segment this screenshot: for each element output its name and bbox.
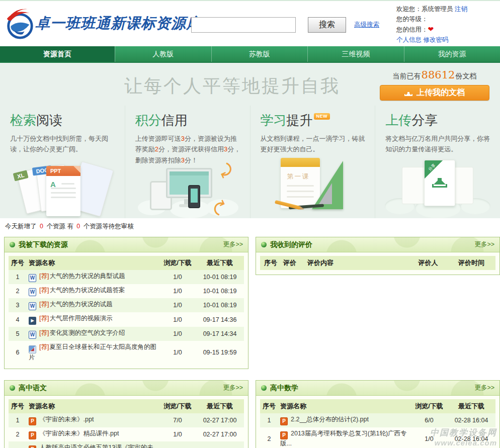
table-row: 3P人教版高中语文必修五第13课《宇宙的未来》...1/002-27 17:00: [9, 441, 244, 448]
resource-link[interactable]: 2013届高考理科数学总复习(第1轮)广西专版...: [280, 430, 407, 447]
word-file-icon: W: [29, 274, 36, 282]
ppt-file-icon: P: [280, 431, 288, 439]
profile-link[interactable]: 个人信息: [396, 36, 422, 43]
views-downloads: 1/0: [159, 441, 196, 448]
recommended-badge: [荐]: [39, 329, 49, 336]
search-area: 搜索 高级搜索: [191, 17, 379, 33]
col-views: 浏览/下载: [159, 399, 196, 413]
logout-link[interactable]: 注销: [455, 6, 467, 13]
triangle-ruler-icon: [312, 161, 343, 209]
col-date: 最近下载: [196, 399, 244, 413]
resource-name-cell: W[荐]大气的热力状况的试题答案: [27, 284, 159, 298]
last-download-time: 10-01 08:19: [196, 284, 244, 298]
resource-table: 序号 资源名称 浏览/下载 最近下载 1P《宇宙的未来》.ppt7/002-27…: [9, 399, 244, 448]
recommended-badge: [荐]: [39, 315, 49, 322]
recommended-badge: [荐]: [39, 343, 49, 350]
table-header-row: 序号 资源名称 浏览/下载 最近下载: [9, 399, 244, 413]
search-input[interactable]: [191, 17, 296, 33]
feature-upload-share: 上传分享 将文档与亿万名用户共同分享，你将知识的力量传递得更远。 分享: [375, 106, 500, 218]
last-download-time: 02-28 16:04: [447, 413, 495, 427]
nav-tab-my-resources[interactable]: 我的资源: [404, 46, 500, 62]
col-no: 序号: [9, 399, 27, 413]
resource-link[interactable]: 《宇宙的未来》.ppt: [39, 416, 94, 423]
panel-header: 高中语文 更多>>: [5, 381, 248, 396]
feature-desc: 将文档与亿万名用户共同分享，你将知识的力量传递得更远。: [385, 133, 492, 155]
hero-section: 让每个人平等地提升自我 当前已有88612份文档 上传我的文档 检索阅读 几十万…: [0, 63, 500, 218]
pencil-icon: [289, 204, 324, 210]
last-download-time: 09-17 14:34: [196, 327, 244, 341]
resource-name-cell: ▶[荐]大气层作用的视频演示: [27, 312, 159, 327]
new-badge: NEW: [314, 113, 330, 120]
xl-chip: XL: [13, 170, 29, 181]
resource-link[interactable]: 大气的热力状况的典型试题: [49, 273, 125, 280]
panel-title: 我被下载的资源: [19, 240, 68, 249]
feature-learn-improve: 学习提升NEW 从文档到课程，一点一滴学习，铸就更好更强大的自己。 第一课: [250, 106, 375, 218]
nav-tab-home[interactable]: 资源首页: [0, 46, 115, 62]
resource-link[interactable]: 大气的热力状况的试题答案: [49, 287, 125, 294]
count-prefix: 当前已有: [393, 72, 421, 80]
features-row: 检索阅读 几十万份文档中找到所需，每天阅读，让你的心灵更广阔。 XL DOC P…: [0, 106, 500, 218]
ppt-card: PPT A: [46, 166, 80, 216]
resource-link[interactable]: 2.2__总体分布的估计(2).ppt: [291, 416, 369, 423]
panel-title: 我收到的评价: [270, 240, 312, 249]
last-download-time: 02-27 17:00: [196, 427, 244, 441]
document-count: 当前已有88612份文档: [376, 69, 493, 81]
level-label: 您的等级：: [396, 16, 428, 23]
more-link[interactable]: 更多>>: [474, 240, 494, 249]
views-downloads: 1/0: [159, 270, 196, 284]
resource-name-cell: W[荐]大气的热力状况的典型试题: [27, 270, 159, 284]
col-no: 序号: [260, 256, 281, 270]
panel-my-reviews: 我收到的评价 更多>> 序号 评价 评价内容 评价人 评价时间: [256, 237, 500, 275]
table-header-row: 序号 资源名称 浏览/下载 最近下载: [260, 399, 495, 413]
advanced-search-link[interactable]: 高级搜索: [354, 21, 379, 29]
header: 卓一班班通新课标资源库 搜索 高级搜索 欢迎您：系统管理员 注销 您的等级： 您…: [0, 1, 500, 46]
pencil-icon: [275, 200, 301, 210]
resource-link[interactable]: 变化莫测的空气的文字介绍: [49, 329, 125, 336]
nav-tab-sujiao[interactable]: 苏教版: [211, 46, 308, 62]
feature-points-credit: 积分信用 上传资源即可送3分，资源被设为推荐奖励2分，资源评优获得信用3分，删除…: [125, 106, 250, 218]
panel-header: 我被下载的资源 更多>>: [5, 237, 248, 252]
green-orb-icon: [261, 242, 267, 247]
panel-my-downloaded: 我被下载的资源 更多>> 序号 资源名称 浏览/下载 最近下载 1W[荐]大气的…: [4, 237, 248, 369]
more-link[interactable]: 更多>>: [223, 384, 243, 392]
doc-chip: DOC: [32, 165, 52, 176]
last-download-time: 09-15 19:59: [196, 341, 244, 364]
change-password-link[interactable]: 修改密码: [423, 36, 448, 43]
credit-label: 您的信用：: [396, 26, 428, 33]
resource-link[interactable]: 《宇宙的未来》精品课件.ppt: [39, 430, 119, 437]
col-date: 最近下载: [196, 256, 244, 270]
nav-tab-renjiao[interactable]: 人教版: [115, 46, 211, 62]
resource-table: 序号 资源名称 浏览/下载 最近下载 1W[荐]大气的热力状况的典型试题1/01…: [9, 256, 244, 364]
more-link[interactable]: 更多>>: [474, 384, 494, 392]
feature-desc: 从文档到课程，一点一滴学习，铸就更好更强大的自己。: [261, 133, 367, 155]
resource-name-cell: ◢[荐]夏至日全球昼长和正午太阳高度角的图片: [27, 341, 159, 364]
recommended-badge: [荐]: [39, 273, 49, 280]
site-logo[interactable]: 卓一班班通新课标资源库: [4, 8, 191, 39]
search-button[interactable]: 搜索: [308, 17, 346, 33]
resource-link[interactable]: 人教版高中语文必修五第13课《宇宙的未来》...: [29, 444, 153, 448]
banner-right: 当前已有88612份文档 上传我的文档: [376, 69, 493, 101]
last-download-time: 02-28 16:04: [447, 427, 495, 448]
slogan: 让每个人平等地提升自我: [124, 74, 340, 99]
views-downloads: 1/0: [159, 427, 196, 441]
views-downloads: 6/0: [411, 413, 447, 427]
review-table: 序号 评价 评价内容 评价人 评价时间: [260, 256, 495, 270]
views-downloads: 1/0: [159, 312, 196, 327]
status-line: 今天新增了 0 个资源 有 0 个资源等待您审核: [0, 218, 500, 234]
resource-link[interactable]: 大气层作用的视频演示: [49, 315, 112, 322]
logo-text: 卓一班班通新课标资源库: [35, 14, 201, 34]
col-no: 序号: [260, 399, 278, 413]
share-ribbon: 分享: [424, 160, 445, 180]
row-number: 6: [9, 341, 27, 364]
resource-table: 序号 资源名称 浏览/下载 最近下载 1P2.2__总体分布的估计(2).ppt…: [260, 399, 495, 448]
panel-math: 高中数学 更多>> 序号 资源名称 浏览/下载 最近下载 1P2.2__总体分布…: [256, 380, 500, 448]
ppt-file-icon: P: [29, 445, 36, 448]
main-nav: 资源首页 人教版 苏教版 三维视频 我的资源: [0, 46, 500, 63]
col-views: 浏览/下载: [159, 256, 196, 270]
resource-link[interactable]: 大气的热力状况的试题: [49, 301, 112, 308]
feature-title: 上传分享: [385, 112, 492, 129]
upload-document-button[interactable]: 上传我的文档: [380, 85, 489, 101]
resource-name-cell: P《宇宙的未来》精品课件.ppt: [27, 427, 159, 441]
more-link[interactable]: 更多>>: [223, 240, 243, 249]
nav-tab-3d-video[interactable]: 三维视频: [307, 46, 404, 62]
